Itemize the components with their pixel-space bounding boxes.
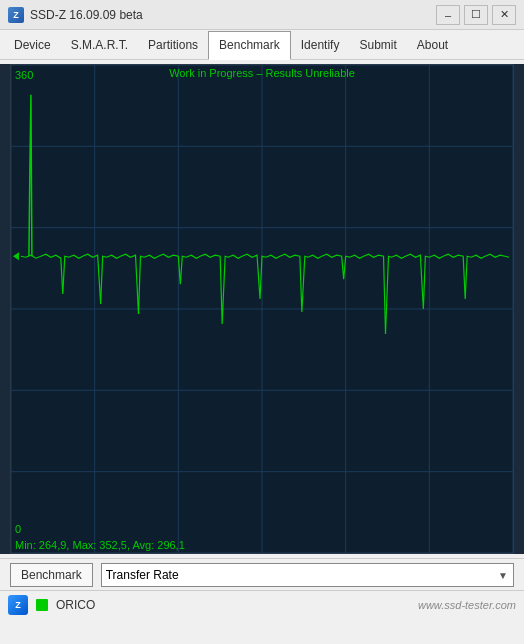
menu-smart[interactable]: S.M.A.R.T. [61, 30, 138, 59]
app-icon: Z [8, 7, 24, 23]
window-title: SSD-Z 16.09.09 beta [30, 8, 436, 22]
bottom-controls: Benchmark Transfer Rate IOPS Access Time… [0, 558, 524, 590]
benchmark-waveform [11, 65, 513, 553]
status-bar: Z ORICO www.ssd-tester.com [0, 590, 524, 618]
minimize-button[interactable]: – [436, 5, 460, 25]
chart-area: 360 Work in Progress – Results Unreliabl… [10, 64, 514, 554]
menu-partitions[interactable]: Partitions [138, 30, 208, 59]
drive-status-indicator [36, 599, 48, 611]
close-button[interactable]: ✕ [492, 5, 516, 25]
menu-device[interactable]: Device [4, 30, 61, 59]
main-content: 360 Work in Progress – Results Unreliabl… [0, 64, 524, 554]
menu-submit[interactable]: Submit [349, 30, 406, 59]
watermark: www.ssd-tester.com [418, 599, 516, 611]
menu-identify[interactable]: Identify [291, 30, 350, 59]
menu-bar: Device S.M.A.R.T. Partitions Benchmark I… [0, 30, 524, 60]
app-status-icon: Z [8, 595, 28, 615]
menu-benchmark[interactable]: Benchmark [208, 31, 291, 60]
chart-y-min-label: 0 [15, 523, 21, 535]
benchmark-button[interactable]: Benchmark [10, 563, 93, 587]
drive-name: ORICO [56, 598, 95, 612]
transfer-rate-dropdown-wrapper: Transfer Rate IOPS Access Time ▼ [101, 563, 514, 587]
chart-y-max-label: 360 [15, 69, 33, 81]
menu-about[interactable]: About [407, 30, 458, 59]
chart-stats: Min: 264,9, Max: 352,5, Avg: 296,1 [15, 539, 185, 551]
transfer-rate-dropdown[interactable]: Transfer Rate IOPS Access Time [101, 563, 514, 587]
maximize-button[interactable]: ☐ [464, 5, 488, 25]
svg-marker-14 [13, 252, 19, 260]
chart-status-text: Work in Progress – Results Unreliable [169, 67, 355, 79]
window-controls: – ☐ ✕ [436, 5, 516, 25]
title-bar: Z SSD-Z 16.09.09 beta – ☐ ✕ [0, 0, 524, 30]
